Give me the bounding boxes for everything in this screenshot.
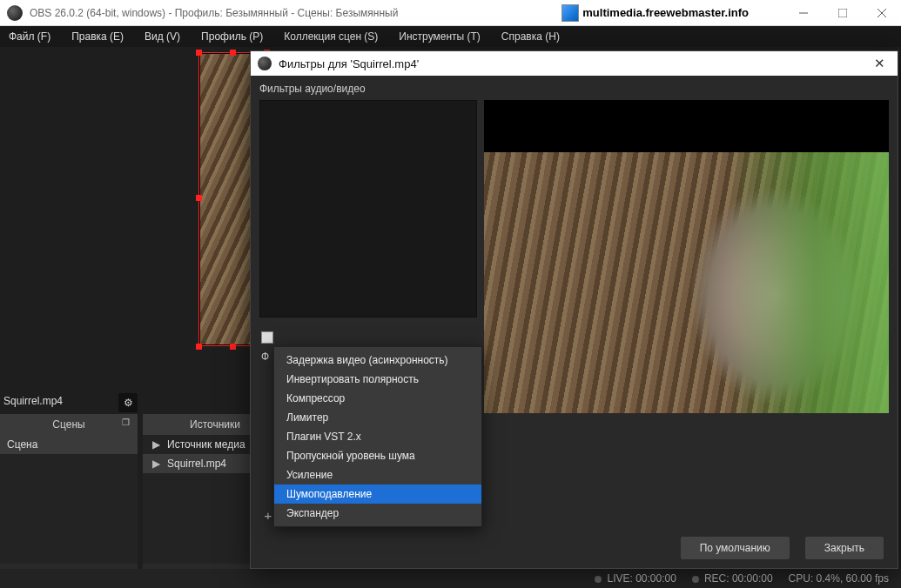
svg-rect-1 — [838, 9, 847, 17]
obs-app-icon — [258, 57, 272, 70]
menu-file[interactable]: Файл (F) — [5, 29, 54, 44]
status-rec: REC: 00:00:00 — [692, 572, 773, 585]
filter-preview — [484, 100, 889, 317]
window-maximize-button[interactable] — [823, 0, 862, 25]
resize-handle-sw[interactable] — [196, 344, 202, 350]
menu-item-compressor[interactable]: Компрессор — [274, 389, 481, 408]
scene-row[interactable]: Сцена — [0, 435, 138, 454]
branding-text: multimedia.freewebmaster.info — [582, 6, 749, 19]
resize-handle-w[interactable] — [196, 195, 202, 201]
filter-section-label: Фильтры аудио/видео — [251, 76, 898, 100]
menu-view[interactable]: Вид (V) — [141, 29, 184, 44]
scenes-header-label: Сцены — [52, 418, 84, 431]
scene-name: Сцена — [7, 438, 37, 451]
menu-item-video-delay[interactable]: Задержка видео (асинхронность) — [274, 351, 481, 370]
menu-item-gain[interactable]: Усиление — [274, 465, 481, 484]
preview-settings-button[interactable]: ⚙ — [118, 393, 138, 412]
menu-item-noise-suppression[interactable]: Шумоподавление — [274, 484, 481, 504]
workspace: Squirrel.mp4 ⚙ Сцены ❐ Сцена + − ∧ ∨ Ист… — [0, 47, 901, 588]
rec-dot-icon — [692, 576, 699, 583]
menu-help[interactable]: Справка (H) — [498, 29, 563, 44]
menu-profile[interactable]: Профиль (P) — [198, 29, 266, 44]
status-live: LIVE: 00:00:00 — [595, 572, 676, 585]
status-cpu: CPU: 0.4%, 60.00 fps — [789, 572, 889, 585]
undock-icon[interactable]: ❐ — [122, 418, 134, 430]
menu-item-vst-plugin[interactable]: Плагин VST 2.x — [274, 427, 481, 446]
visibility-toggle-icon[interactable]: ▶ — [150, 458, 162, 470]
menu-item-invert-polarity[interactable]: Инвертировать полярность — [274, 370, 481, 389]
menu-scene-collection[interactable]: Коллекция сцен (S) — [280, 29, 381, 44]
menu-item-limiter[interactable]: Лимитер — [274, 408, 481, 427]
branding-icon — [561, 4, 579, 22]
filter-checkbox[interactable] — [261, 331, 273, 344]
defaults-button[interactable]: По умолчанию — [681, 537, 790, 559]
dialog-titlebar[interactable]: Фильтры для 'Squirrel.mp4' ✕ — [251, 51, 898, 76]
resize-handle-n[interactable] — [230, 50, 236, 56]
window-minimize-button[interactable] — [783, 0, 823, 25]
scenes-panel: Сцены ❐ Сцена + − ∧ ∨ — [0, 414, 138, 588]
window-title: OBS 26.0.2 (64-bit, windows) - Профиль: … — [30, 7, 398, 19]
scenes-list[interactable]: Сцена — [0, 435, 138, 564]
source-name: Squirrel.mp4 — [167, 458, 226, 470]
resize-handle-s[interactable] — [230, 344, 236, 350]
main-menubar: Файл (F) Правка (E) Вид (V) Профиль (P) … — [0, 26, 901, 47]
live-dot-icon — [595, 576, 602, 583]
scenes-header: Сцены ❐ — [0, 414, 138, 435]
filters-listbox[interactable] — [259, 100, 477, 317]
resize-handle-nw[interactable] — [196, 50, 202, 56]
visibility-toggle-icon[interactable]: ▶ — [150, 438, 162, 451]
obs-app-icon — [7, 5, 23, 21]
dialog-title: Фильтры для 'Squirrel.mp4' — [279, 57, 419, 70]
source-name: Источник медиа — [167, 438, 245, 451]
menu-tools[interactable]: Инструменты (T) — [395, 29, 483, 44]
dialog-footer: По умолчанию Закрыть — [251, 528, 898, 568]
sources-header-label: Источники — [190, 418, 240, 431]
window-titlebar: OBS 26.0.2 (64-bit, windows) - Профиль: … — [0, 0, 901, 26]
window-close-button[interactable] — [862, 0, 901, 25]
dialog-close-button[interactable]: ✕ — [869, 56, 891, 71]
menu-item-noise-gate[interactable]: Пропускной уровень шума — [274, 446, 481, 465]
menu-item-expander[interactable]: Экспандер — [274, 504, 481, 523]
add-filter-menu: Задержка видео (асинхронность) Инвертиро… — [273, 346, 482, 527]
close-button[interactable]: Закрыть — [805, 537, 884, 559]
menu-edit[interactable]: Правка (E) — [68, 29, 127, 44]
preview-file-label: Squirrel.mp4 — [3, 395, 63, 407]
window-controls — [783, 0, 901, 25]
filter-preview-image — [484, 152, 889, 413]
statusbar: LIVE: 00:00:00 REC: 00:00:00 CPU: 0.4%, … — [0, 569, 901, 588]
